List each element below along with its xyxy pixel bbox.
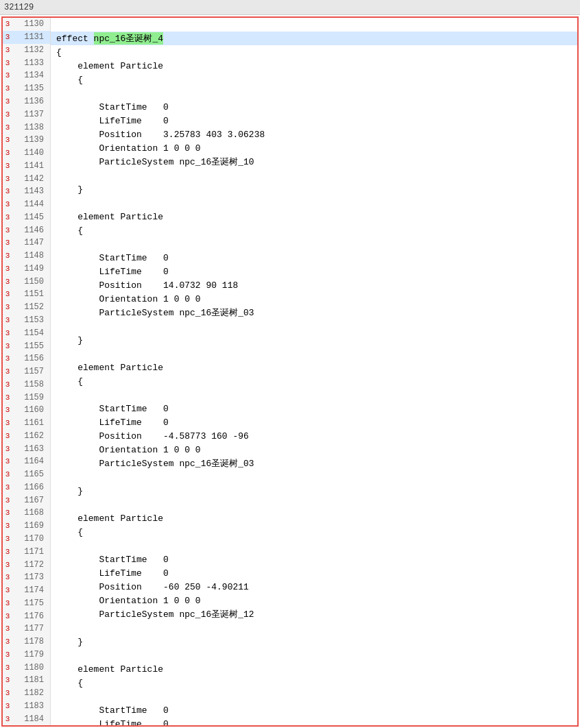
code-line bbox=[51, 648, 577, 662]
line-number-row: 31152 bbox=[3, 301, 50, 314]
line-number: 1183 bbox=[12, 701, 48, 711]
line-number: 1165 bbox=[12, 470, 48, 479]
breakpoint-indicator: 3 bbox=[3, 20, 12, 28]
code-text: { bbox=[56, 678, 83, 688]
breakpoint-indicator: 3 bbox=[3, 175, 12, 183]
code-line: } bbox=[51, 333, 577, 347]
line-number-row: 31160 bbox=[3, 404, 50, 417]
line-number: 1176 bbox=[12, 611, 48, 621]
line-number-row: 31178 bbox=[3, 635, 50, 648]
line-number: 1154 bbox=[12, 328, 48, 338]
code-text: element Particle bbox=[56, 61, 163, 71]
line-number: 1133 bbox=[12, 58, 48, 68]
code-text: Position 3.25783 403 3.06238 bbox=[56, 130, 265, 140]
line-number-row: 31181 bbox=[3, 674, 50, 687]
line-number-row: 31163 bbox=[3, 442, 50, 455]
line-number: 1155 bbox=[12, 341, 48, 351]
breakpoint-indicator: 3 bbox=[3, 110, 12, 119]
breakpoint-indicator: 3 bbox=[3, 535, 12, 543]
breakpoint-indicator: 3 bbox=[3, 278, 12, 286]
breakpoint-indicator: 3 bbox=[3, 573, 12, 581]
code-content[interactable]: effect npc_16圣诞树_4{ element Particle { S… bbox=[51, 18, 577, 725]
line-number-row: 31171 bbox=[3, 545, 50, 558]
code-text: LifeTime 0 bbox=[56, 267, 169, 277]
breakpoint-indicator: 3 bbox=[3, 71, 12, 80]
breakpoint-indicator: 3 bbox=[3, 483, 12, 492]
breakpoint-indicator: 3 bbox=[3, 136, 12, 144]
breakpoint-indicator: 3 bbox=[3, 548, 12, 556]
line-number: 1147 bbox=[12, 238, 48, 247]
line-number: 1156 bbox=[12, 354, 48, 363]
code-line bbox=[51, 347, 577, 361]
code-line bbox=[51, 539, 577, 553]
line-number: 1144 bbox=[12, 199, 48, 209]
line-number-row: 31147 bbox=[3, 236, 50, 250]
line-number-row: 31131 bbox=[3, 31, 50, 44]
breakpoint-indicator: 3 bbox=[3, 406, 12, 414]
line-number-row: 31164 bbox=[3, 455, 50, 468]
breakpoint-indicator: 3 bbox=[3, 689, 12, 697]
breakpoint-indicator: 3 bbox=[3, 162, 12, 170]
line-number: 1161 bbox=[12, 418, 48, 428]
line-number: 1132 bbox=[12, 45, 48, 55]
breakpoint-indicator: 3 bbox=[3, 445, 12, 453]
code-line: Position -4.58773 160 -96 bbox=[51, 429, 577, 443]
line-number: 1177 bbox=[12, 624, 48, 633]
line-number-row: 31156 bbox=[3, 352, 50, 365]
code-line: LifeTime 0 bbox=[51, 415, 577, 429]
code-text: ParticleSystem npc_16圣诞树_03 bbox=[56, 306, 254, 319]
code-line: element Particle bbox=[51, 59, 577, 73]
line-number: 1145 bbox=[12, 213, 48, 222]
breakpoint-indicator: 3 bbox=[3, 46, 12, 54]
code-text: StartTime 0 bbox=[56, 253, 169, 263]
line-number: 1140 bbox=[12, 148, 48, 158]
breakpoint-indicator: 3 bbox=[3, 97, 12, 106]
line-number-row: 31183 bbox=[3, 700, 50, 713]
code-line: effect npc_16圣诞树_4 bbox=[51, 32, 577, 45]
line-number-row: 31175 bbox=[3, 596, 50, 609]
code-line: Orientation 1 0 0 0 bbox=[51, 292, 577, 306]
breakpoint-indicator: 3 bbox=[3, 84, 12, 93]
code-line: { bbox=[51, 223, 577, 237]
code-line: StartTime 0 bbox=[51, 402, 577, 415]
code-text: Position 14.0732 90 118 bbox=[56, 280, 238, 291]
line-number-row: 31167 bbox=[3, 494, 50, 507]
line-number-row: 31150 bbox=[3, 275, 50, 288]
line-number: 1163 bbox=[12, 444, 48, 454]
breakpoint-indicator: 3 bbox=[3, 149, 12, 157]
code-area[interactable]: 3113031131311323113331134311353113631137… bbox=[1, 16, 579, 727]
breakpoint-indicator: 3 bbox=[3, 624, 12, 633]
breakpoint-indicator: 3 bbox=[3, 354, 12, 363]
breakpoint-indicator: 3 bbox=[3, 599, 12, 607]
line-number-row: 31179 bbox=[3, 648, 50, 662]
code-text: element Particle bbox=[56, 212, 163, 222]
code-text: StartTime 0 bbox=[56, 404, 169, 414]
code-line: } bbox=[51, 182, 577, 196]
line-number: 1179 bbox=[12, 650, 48, 659]
line-number: 1139 bbox=[12, 135, 48, 145]
line-number-row: 31172 bbox=[3, 558, 50, 571]
code-line: StartTime 0 bbox=[51, 703, 577, 717]
editor-container: 321129 311303113131132311333113431135311… bbox=[0, 0, 580, 728]
code-text: { bbox=[56, 226, 83, 236]
code-text: StartTime 0 bbox=[56, 705, 169, 716]
code-text: { bbox=[56, 527, 83, 537]
code-text: Orientation 1 0 0 0 bbox=[56, 294, 201, 304]
code-line: } bbox=[51, 484, 577, 498]
line-number: 1174 bbox=[12, 585, 48, 595]
line-number: 1172 bbox=[12, 560, 48, 570]
line-number-row: 31158 bbox=[3, 378, 50, 391]
breakpoint-indicator: 3 bbox=[3, 522, 12, 530]
breakpoint-indicator: 3 bbox=[3, 200, 12, 208]
code-line bbox=[51, 196, 577, 210]
line-number-row: 31135 bbox=[3, 82, 50, 95]
code-text: } bbox=[56, 184, 83, 195]
code-line: Position 3.25783 403 3.06238 bbox=[51, 128, 577, 141]
code-text: StartTime 0 bbox=[56, 102, 169, 112]
line-number: 1169 bbox=[12, 521, 48, 531]
code-line bbox=[51, 690, 577, 703]
line-number: 1171 bbox=[12, 547, 48, 557]
code-line: Orientation 1 0 0 0 bbox=[51, 594, 577, 607]
code-text: effect bbox=[56, 34, 94, 44]
code-line: ParticleSystem npc_16圣诞树_10 bbox=[51, 155, 577, 169]
